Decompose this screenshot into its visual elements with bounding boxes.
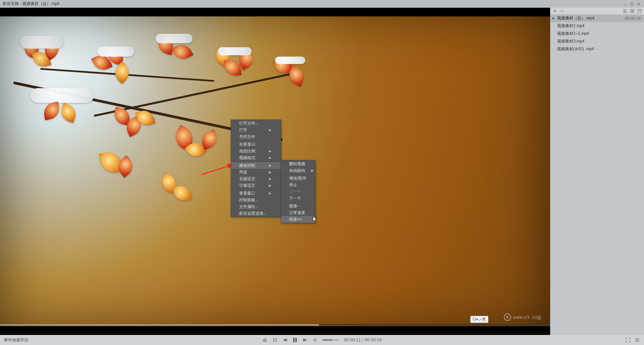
menu-item[interactable]: 慢速-- — [281, 203, 315, 209]
view-grid-icon[interactable] — [630, 9, 635, 13]
submenu-arrow-icon: ▶ — [269, 149, 271, 153]
menu-item[interactable]: 打开▶ — [231, 127, 281, 133]
menu-item-label: 慢速-- — [289, 203, 300, 209]
playlist[interactable]: 视频素材（总）.mp400:00:19视频素材2.mp4视频素材2~2.mp4视… — [550, 14, 644, 335]
playlist-item-name: 视频素材2.mp4 — [557, 23, 584, 29]
submenu-arrow-icon: ▶ — [269, 184, 271, 187]
submenu-arrow-icon: ▶ — [269, 156, 271, 159]
menu-item[interactable]: 下一个 — [281, 195, 315, 202]
menu-item[interactable]: 关闭文件 — [231, 133, 281, 140]
menu-item[interactable]: 翻转视频 — [281, 160, 315, 167]
menu-item-label: 字幕语言 — [239, 183, 255, 189]
svg-rect-7 — [638, 9, 641, 13]
window-title: 影音先锋 - 视频素材（总）.mp4 — [3, 1, 59, 7]
expand-icon[interactable] — [625, 337, 631, 343]
menu-item[interactable]: 控制面板... — [231, 197, 281, 203]
window-buttons — [623, 2, 641, 6]
context-menu[interactable]: 打开文件...打开▶关闭文件全屏显示画面比例:▶视频模式:▶播放控制▶声道▶音频… — [231, 120, 281, 217]
menu-separator — [282, 202, 314, 202]
right-controls — [625, 337, 640, 343]
ime-badge[interactable]: CH ♪ 简 — [470, 316, 489, 323]
prev-icon[interactable] — [282, 337, 288, 343]
annotation-arrow-icon — [201, 162, 234, 176]
svg-rect-0 — [631, 3, 633, 5]
menu-item-label: 播放/暂停 — [289, 176, 306, 181]
menu-item-label: 全屏显示 — [239, 142, 255, 147]
minimize-button[interactable] — [623, 2, 628, 6]
menu-separator — [232, 140, 280, 141]
menu-item[interactable]: 停止 — [281, 182, 315, 188]
playlist-item[interactable]: 视频素材2~2.mp4 — [550, 30, 644, 38]
menu-item[interactable]: 正常速度 — [281, 209, 315, 216]
menu-separator — [232, 189, 280, 190]
menu-item-label: 画面比例: — [239, 148, 256, 154]
view-detail-icon[interactable] — [637, 9, 642, 13]
playlist-item-name: 视频素材3.mp4 — [557, 39, 584, 44]
progress-fill — [0, 324, 319, 326]
menu-item-label: 声道 — [239, 169, 247, 175]
svg-rect-3 — [631, 9, 632, 11]
watermark-logo-icon — [504, 314, 511, 321]
submenu-arrow-icon: ▶ — [311, 169, 314, 172]
context-submenu-playback[interactable]: 翻转视频自由旋转▶播放/暂停停止上一个下一个慢速--正常速度快速++ — [281, 160, 315, 223]
playlist-item[interactable]: 视频素材（总）.mp400:00:19 — [550, 14, 644, 22]
menu-item[interactable]: 全屏显示 — [231, 141, 281, 148]
svg-rect-6 — [633, 11, 634, 13]
menu-separator — [282, 174, 314, 175]
playlist-item-name: 视频素材(水印) .mp4 — [557, 46, 594, 52]
progress-bar[interactable] — [0, 324, 550, 326]
view-list-icon[interactable] — [623, 9, 627, 13]
playlist-toolbar — [550, 8, 644, 14]
menu-item: 上一个 — [281, 188, 315, 195]
eject-icon[interactable] — [262, 337, 268, 343]
volume-icon[interactable] — [313, 337, 318, 343]
menu-item[interactable]: 文件属性... — [231, 203, 281, 210]
svg-line-1 — [202, 166, 229, 175]
menu-item-label: 音频语言: — [239, 176, 256, 182]
submenu-arrow-icon: ▶ — [269, 164, 271, 167]
playlist-item-duration: 00:00:19 — [625, 16, 641, 21]
menu-item[interactable]: 声道▶ — [231, 169, 281, 176]
hw-accel-status: 硬件加速开启 — [4, 337, 28, 343]
menu-item[interactable]: 快速++ — [281, 216, 315, 223]
menu-item[interactable]: 打开文件... — [231, 120, 281, 127]
playlist-item-name: 视频素材2~2.mp4 — [557, 31, 589, 37]
playlist-add-icon[interactable] — [552, 9, 557, 13]
menu-item[interactable]: 播放控制▶ — [231, 162, 281, 169]
svg-rect-10 — [296, 338, 297, 342]
watermark: www.x①.co▥ — [504, 314, 541, 321]
menu-item-label: 翻转视频 — [289, 161, 305, 167]
playlist-remove-icon[interactable] — [560, 9, 565, 13]
menu-item[interactable]: 字幕语言▶ — [231, 182, 281, 189]
menu-item[interactable]: 画面比例:▶ — [231, 148, 281, 154]
menu-item[interactable]: 自由旋转▶ — [281, 167, 315, 174]
playlist-toggle-icon[interactable] — [635, 337, 640, 343]
menu-item[interactable]: 音频语言:▶ — [231, 176, 281, 182]
menu-item-label: 上一个 — [289, 189, 301, 195]
title-bar: 影音先锋 - 视频素材（总）.mp4 — [0, 0, 644, 8]
playlist-item-name: 视频素材（总）.mp4 — [557, 15, 594, 21]
playlist-sidebar: 视频素材（总）.mp400:00:19视频素材2.mp4视频素材2~2.mp4视… — [550, 8, 644, 335]
submenu-arrow-icon: ▶ — [269, 170, 271, 174]
svg-rect-5 — [631, 11, 632, 13]
menu-item-label: 正常速度 — [289, 210, 305, 216]
menu-item[interactable]: 播放/暂停 — [281, 175, 315, 182]
play-pause-icon[interactable] — [292, 337, 298, 343]
menu-item-label: 视频模式: — [239, 155, 256, 161]
playlist-item[interactable]: 视频素材(水印) .mp4 — [550, 45, 644, 53]
submenu-arrow-icon: ▶ — [269, 128, 271, 132]
volume-slider[interactable] — [323, 339, 339, 341]
menu-item[interactable]: 影音设置选项... — [231, 210, 281, 217]
playlist-item[interactable]: 视频素材3.mp4 — [550, 38, 644, 45]
next-icon[interactable] — [303, 337, 308, 343]
stop-icon[interactable] — [272, 337, 278, 343]
playlist-item[interactable]: 视频素材2.mp4 — [550, 22, 644, 30]
svg-rect-8 — [274, 339, 276, 341]
menu-item-label: 播放控制 — [239, 163, 255, 168]
close-button[interactable] — [636, 2, 641, 6]
menu-item[interactable]: 视频模式:▶ — [231, 154, 281, 161]
svg-rect-9 — [293, 338, 295, 342]
svg-rect-4 — [633, 9, 634, 11]
menu-item[interactable]: 查看窗口▶ — [231, 190, 281, 197]
maximize-button[interactable] — [629, 2, 635, 6]
